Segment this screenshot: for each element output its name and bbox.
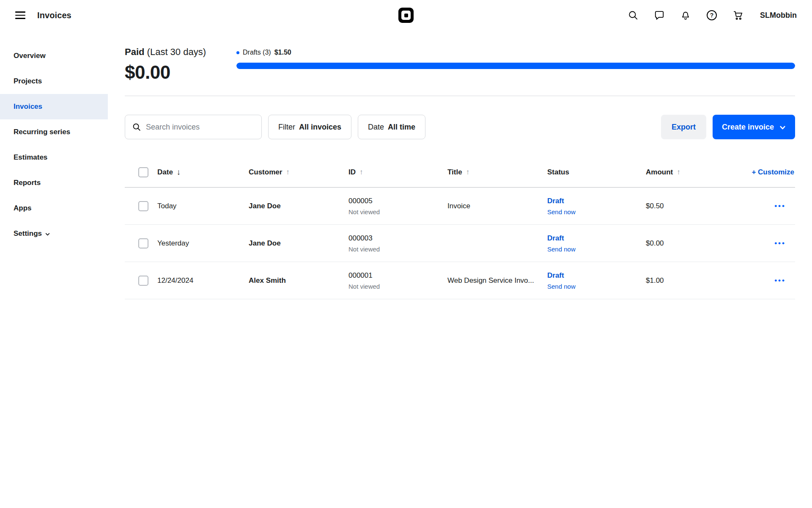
invoice-id: 000005 — [348, 197, 447, 205]
ellipsis-icon[interactable]: ••• — [774, 239, 786, 247]
row-checkbox[interactable] — [138, 238, 148, 248]
status-draft-link[interactable]: Draft — [547, 197, 646, 205]
sort-desc-icon: ↓ — [177, 168, 181, 177]
menu-icon[interactable] — [15, 9, 27, 21]
paid-amount: $0.00 — [125, 62, 236, 83]
search-invoices-input[interactable] — [146, 123, 255, 132]
sidebar-item-estimates[interactable]: Estimates — [0, 145, 108, 170]
account-name[interactable]: SLMobbin — [760, 11, 797, 20]
cell-amount: $0.50 — [646, 202, 744, 210]
cell-date: Yesterday — [157, 239, 249, 248]
drafts-summary: Drafts (3) $1.50 — [236, 47, 795, 69]
cell-id: 000005 Not viewed — [348, 197, 447, 215]
drafts-label: Drafts (3) — [243, 49, 271, 56]
column-header-amount[interactable]: Amount ↑ — [646, 168, 744, 177]
filter-value: All invoices — [299, 123, 341, 132]
paid-label: Paid — [125, 47, 144, 57]
cell-date: Today — [157, 202, 249, 210]
cell-amount: $0.00 — [646, 239, 744, 248]
sidebar-item-label: Apps — [14, 204, 32, 213]
drafts-legend: Drafts (3) $1.50 — [236, 49, 795, 56]
square-logo-inner — [401, 11, 411, 20]
column-header-title[interactable]: Title ↑ — [447, 168, 547, 177]
sidebar-item-reports[interactable]: Reports — [0, 170, 108, 196]
sidebar-item-label: Reports — [14, 179, 41, 187]
ellipsis-icon[interactable]: ••• — [774, 276, 786, 284]
create-invoice-button[interactable]: Create invoice — [713, 115, 795, 139]
table-row[interactable]: Today Jane Doe 000005 Not viewed Invoice… — [125, 188, 795, 225]
filter-button[interactable]: Filter All invoices — [268, 115, 351, 139]
sort-asc-icon: ↑ — [466, 168, 470, 177]
progress-fill — [236, 63, 795, 69]
send-now-link[interactable]: Send now — [547, 283, 646, 290]
sidebar-item-label: Invoices — [14, 102, 42, 111]
column-header-customer[interactable]: Customer ↑ — [249, 168, 348, 177]
send-now-link[interactable]: Send now — [547, 246, 646, 253]
sidebar-item-apps[interactable]: Apps — [0, 196, 108, 221]
invoice-id: 000003 — [348, 234, 447, 243]
export-label: Export — [672, 123, 696, 132]
send-now-link[interactable]: Send now — [547, 208, 646, 215]
main-content: Paid (Last 30 days) $0.00 Drafts (3) $1.… — [108, 30, 812, 508]
sidebar-item-invoices[interactable]: Invoices — [0, 94, 108, 119]
column-label: Date — [157, 168, 173, 177]
table-row[interactable]: Yesterday Jane Doe 000003 Not viewed Dra… — [125, 225, 795, 262]
paid-period: (Last 30 days) — [147, 47, 206, 57]
create-invoice-label: Create invoice — [722, 123, 774, 132]
column-header-date[interactable]: Date ↓ — [157, 168, 249, 177]
customize-link[interactable]: + Customize — [744, 168, 795, 177]
column-header-id[interactable]: ID ↑ — [348, 168, 447, 177]
sidebar-item-recurring-series[interactable]: Recurring series — [0, 119, 108, 145]
square-logo[interactable] — [398, 8, 414, 23]
column-label: Status — [547, 168, 569, 177]
cell-actions: ••• — [744, 239, 795, 248]
search-icon[interactable] — [627, 9, 639, 21]
row-checkbox-cell — [125, 201, 157, 211]
drafts-amount: $1.50 — [274, 49, 291, 56]
cell-amount: $1.00 — [646, 276, 744, 285]
drafts-dot-icon — [236, 51, 239, 54]
topbar: Invoices ? SLMobbin — [0, 0, 812, 30]
row-checkbox[interactable] — [138, 276, 148, 286]
invoice-id: 000001 — [348, 271, 447, 280]
column-label: Amount — [646, 168, 673, 177]
help-icon[interactable]: ? — [706, 9, 718, 21]
export-button[interactable]: Export — [661, 115, 706, 139]
ellipsis-icon[interactable]: ••• — [774, 202, 786, 210]
cell-date: 12/24/2024 — [157, 276, 249, 285]
chevron-down-icon — [45, 232, 50, 237]
row-checkbox[interactable] — [138, 201, 148, 211]
status-draft-link[interactable]: Draft — [547, 234, 646, 243]
sidebar-item-overview[interactable]: Overview — [0, 43, 108, 69]
column-label: Title — [447, 168, 462, 177]
messages-icon[interactable] — [653, 9, 665, 21]
status-draft-link[interactable]: Draft — [547, 271, 646, 280]
chevron-down-icon — [779, 124, 786, 131]
sidebar-item-label: Estimates — [14, 153, 47, 162]
notifications-bell-icon[interactable] — [680, 9, 691, 21]
question-mark-glyph: ? — [707, 10, 717, 20]
cell-title: Invoice — [447, 202, 547, 210]
sidebar-item-settings[interactable]: Settings — [0, 221, 108, 246]
cell-id: 000001 Not viewed — [348, 271, 447, 290]
filter-label: Filter — [278, 123, 295, 132]
square-logo-core — [404, 14, 408, 17]
cart-icon[interactable] — [732, 9, 744, 21]
invoices-toolbar: Filter All invoices Date All time Export… — [125, 115, 795, 139]
search-invoices-box[interactable] — [125, 115, 262, 139]
date-filter-button[interactable]: Date All time — [358, 115, 425, 139]
paid-summary: Paid (Last 30 days) $0.00 — [125, 47, 236, 83]
header-checkbox-cell — [125, 167, 157, 177]
sort-asc-icon: ↑ — [286, 168, 290, 177]
cell-actions: ••• — [744, 276, 795, 285]
select-all-checkbox[interactable] — [138, 167, 148, 177]
cell-customer: Alex Smith — [249, 276, 348, 285]
page-title: Invoices — [37, 11, 71, 20]
sidebar-item-label: Overview — [14, 52, 46, 60]
sidebar-item-projects[interactable]: Projects — [0, 69, 108, 94]
cell-status: Draft Send now — [547, 271, 646, 290]
invoices-table: Date ↓ Customer ↑ ID ↑ Title ↑ Status — [125, 157, 795, 299]
cell-customer: Jane Doe — [249, 239, 348, 248]
table-row[interactable]: 12/24/2024 Alex Smith 000001 Not viewed … — [125, 262, 795, 299]
summary-divider — [125, 96, 795, 96]
